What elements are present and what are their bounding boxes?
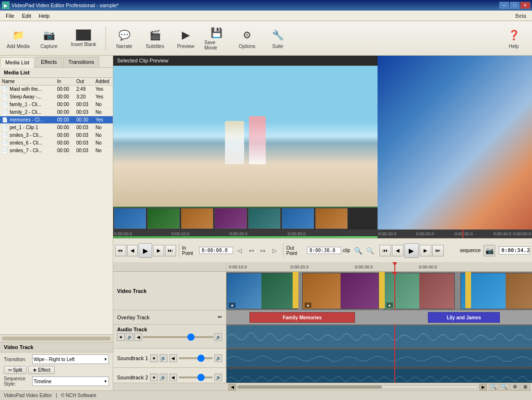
sequence-style-dropdown[interactable]: Timeline ▼ [32,376,109,386]
file-row-5[interactable]: 📄 pet_1 - Clip 1 00:00 00:03 No [0,124,113,132]
file-row-6[interactable]: 📄 smiles_3 - Cli... 00:00 00:03 No [0,132,113,139]
effect-button[interactable]: ★ Effect [28,366,54,374]
menu-edit[interactable]: Edit [18,12,35,20]
file-row-8[interactable]: 📄 smiles_7 - Cli... 00:00 00:03 No [0,147,113,155]
seq-forward-button[interactable]: ⏭ [432,245,444,256]
audio-track-name: Audio Track [117,327,222,332]
st2-speaker-btn[interactable]: 🔊 [214,374,222,381]
options-button[interactable]: ⚙ Options [233,24,261,53]
add-media-button[interactable]: 📁 Add Media [4,24,33,53]
mark-in-button[interactable]: ◁ [234,245,245,256]
overlay-clip-2[interactable]: Lily and James [428,312,500,323]
file-row-4[interactable]: 📄 memories - Cl... 00:00 00:30 Yes [0,116,113,124]
col-out-header: Out [76,79,95,84]
st2-arrow-btn[interactable]: ◀ [169,374,177,381]
timeline-scrollbar[interactable]: ◀ ▶ 🔍 🔍 ⚙ ⊞ [113,383,532,390]
st2-star-btn[interactable]: ★ [150,374,158,381]
media-list-panel: Media List Name In Out Added 📄 Maid with… [0,68,113,334]
suite-button[interactable]: 🔧 Suite [263,24,292,53]
mark-out-button[interactable]: ▷ [269,245,280,256]
transition-1[interactable] [293,272,298,308]
st1-vol-btn[interactable]: 🔊 [160,354,167,362]
scrollbar-track[interactable]: ◀ ▶ 🔍 🔍 ⚙ ⊞ [226,384,532,390]
scroll-left-btn[interactable]: ◀ [228,384,236,390]
help-button[interactable]: ❓ Help [499,24,528,53]
subtitles-label: Subtitles [146,44,164,49]
save-movie-button[interactable]: 💾 Save Movie [202,24,231,53]
forward-to-end-button[interactable]: ⏭ [165,245,176,256]
subtitles-icon: 🎬 [147,27,163,43]
transition-2[interactable] [379,272,385,308]
st2-volume-slider[interactable] [179,376,213,378]
video-clip-4[interactable] [461,273,532,309]
audio-speaker-icon[interactable]: 🔊 [214,333,222,341]
zoom-in-button[interactable]: 🔍 [353,245,364,256]
zoom-out-button[interactable]: 🔍 [365,245,375,256]
menu-help[interactable]: Help [35,12,54,20]
clip-progress-fill [113,236,378,238]
timeline-settings-btn[interactable]: ⚙ [510,384,520,390]
capture-button[interactable]: 📷 Capture [35,24,63,53]
tab-media-list[interactable]: Media List [0,57,35,68]
preview-button[interactable]: ▶ Preview [171,24,200,53]
st1-star-btn[interactable]: ★ [150,354,158,362]
left-scrollbar[interactable] [0,334,113,342]
controls-separator-2 [283,243,284,258]
in-point-value[interactable]: 0:00:00.0 [199,247,233,254]
audio-vol-btn[interactable]: 🔊 [126,333,133,341]
seq-rewind-button[interactable]: ⏮ [379,245,391,256]
rewind-to-start-button[interactable]: ⏮ [115,245,126,256]
transition-dropdown[interactable]: Wipe - Right to Left ▼ [32,354,109,364]
screenshot-button[interactable]: 📷 [484,245,495,256]
audio-left-arrow[interactable]: ◀ [134,333,142,341]
scrollbar-thumb[interactable] [237,386,382,388]
minimize-button[interactable]: ─ [499,2,509,9]
st2-vol-btn[interactable]: 🔊 [160,374,167,381]
split-button[interactable]: ✂ Split [4,366,26,374]
play-button[interactable]: ▶ [139,243,152,258]
zoom-timeline-out-btn[interactable]: 🔍 [489,384,498,390]
overlay-clip-1[interactable]: Family Memories [249,312,355,323]
menu-file[interactable]: File [2,12,18,20]
tab-effects[interactable]: Effects [35,57,62,67]
insert-blank-button[interactable]: Insert Blank [65,24,102,53]
soundtrack2-content [226,368,532,383]
file-row-1[interactable]: 📄 Sleep Away -... 00:00 3:20 Yes [0,93,113,101]
video-clip-3[interactable]: ▲ [384,273,455,309]
seq-next-button[interactable]: ▶ [420,245,431,256]
prev-frame-button[interactable]: ◀ [127,245,138,256]
go-to-in-button[interactable]: ↤ [246,245,257,256]
file-in-7: 00:00 [57,140,76,145]
subtitles-button[interactable]: 🎬 Subtitles [141,24,169,53]
file-row-0[interactable]: 📄 Maid with the... 00:00 2:49 Yes [0,85,113,93]
go-to-out-button[interactable]: ↦ [258,245,268,256]
overlay-edit-icon[interactable]: ✏ [218,314,222,320]
transition-3[interactable] [465,272,471,308]
maximize-button[interactable]: □ [510,2,520,9]
st1-arrow-btn[interactable]: ◀ [169,354,177,362]
st1-speaker-btn[interactable]: 🔊 [214,354,222,362]
tab-transitions[interactable]: Transitions [63,57,99,67]
st1-volume-slider[interactable] [179,357,213,359]
zoom-timeline-in-btn[interactable]: 🔍 [499,384,509,390]
status-copyright: © NCH Software [61,393,96,398]
audio-star-btn[interactable]: ★ [117,333,125,341]
file-row-3[interactable]: 📄 family_2 - Cli... 00:00 00:03 No [0,109,113,116]
next-frame-button[interactable]: ▶ [153,245,164,256]
out-point-value[interactable]: 0:00:30.0 [307,247,341,254]
sequence-time-value[interactable]: 0:00:34.2 [499,246,530,255]
timeline-fit-btn[interactable]: ⊞ [520,384,530,390]
narrate-button[interactable]: 💬 Narrate [110,24,139,53]
audio-volume-slider[interactable] [143,336,213,338]
file-in-6: 00:00 [57,133,76,138]
close-button[interactable]: ✕ [520,2,530,9]
seq-play-button[interactable]: ▶ [404,243,419,258]
video-clip-2[interactable]: ▲ [302,273,379,309]
file-row-7[interactable]: 📄 smiles_6 - Cli... 00:00 00:03 No [0,139,113,147]
seq-prev-button[interactable]: ◀ [392,245,403,256]
preview-label: Preview [177,44,194,49]
video-clip-1[interactable]: ▲ [226,273,297,309]
file-row-2[interactable]: 📄 family_1 - Cli... 00:00 00:03 No [0,101,113,109]
ruler-playhead [394,262,395,271]
scroll-right-btn[interactable]: ▶ [479,384,487,390]
